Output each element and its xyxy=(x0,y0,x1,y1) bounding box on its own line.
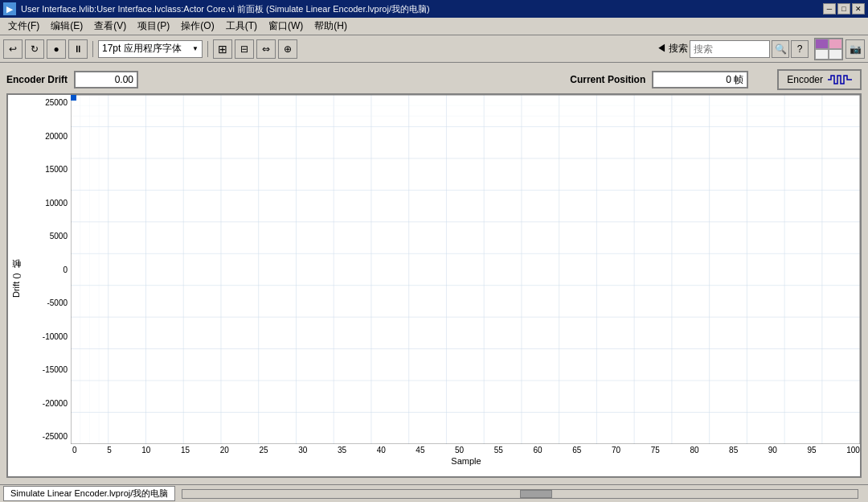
refresh-button[interactable]: ↻ xyxy=(25,39,44,59)
x-tick-85: 85 xyxy=(729,446,738,455)
current-position-label: Current Position xyxy=(570,74,645,85)
title-bar-left: ▶ User Interface.lvlib:User Interface.lv… xyxy=(3,2,430,15)
corner-cell-2 xyxy=(829,39,842,49)
menu-file[interactable]: 文件(F) xyxy=(3,18,44,35)
x-axis: 0 5 10 15 20 25 30 35 40 45 50 55 60 65 … xyxy=(24,444,860,476)
chart-grid-svg xyxy=(71,95,860,444)
x-tick-95: 95 xyxy=(808,446,817,455)
x-tick-90: 90 xyxy=(768,446,777,455)
x-tick-15: 15 xyxy=(181,446,190,455)
x-tick-50: 50 xyxy=(455,446,464,455)
title-bar: ▶ User Interface.lvlib:User Interface.lv… xyxy=(0,0,868,18)
waveform-icon xyxy=(828,74,852,85)
chart-container: Drift (帧) 25000 20000 15000 10000 5000 0… xyxy=(6,93,862,478)
status-bar: Simulate Linear Encoder.lvproj/我的电脑 xyxy=(0,484,868,502)
corner-cell-4 xyxy=(829,49,842,60)
search-button[interactable]: 🔍 xyxy=(772,40,789,58)
x-tick-75: 75 xyxy=(651,446,660,455)
x-tick-35: 35 xyxy=(338,446,346,455)
controls-row: Encoder Drift Current Position Encoder xyxy=(6,69,862,90)
resize-button[interactable]: ⇔ xyxy=(256,39,276,59)
menu-project[interactable]: 项目(P) xyxy=(133,18,174,35)
svg-rect-0 xyxy=(71,95,860,444)
scrollbar-thumb[interactable] xyxy=(520,490,552,498)
chart-inner: 25000 20000 15000 10000 5000 0 -5000 -10… xyxy=(24,95,860,476)
menu-help[interactable]: 帮助(H) xyxy=(309,18,352,35)
window-title: User Interface.lvlib:User Interface.lvcl… xyxy=(21,3,430,15)
order-button[interactable]: ⊕ xyxy=(278,39,297,59)
x-tick-5: 5 xyxy=(107,446,112,455)
y-tick-15000: 15000 xyxy=(45,165,68,174)
corner-decoration xyxy=(814,38,843,60)
encoder-drift-label: Encoder Drift xyxy=(6,74,68,85)
x-axis-labels: 0 5 10 15 20 25 30 35 40 45 50 55 60 65 … xyxy=(72,444,860,455)
menu-operate[interactable]: 操作(O) xyxy=(176,18,219,35)
encoder-button[interactable]: Encoder xyxy=(777,69,862,90)
x-tick-45: 45 xyxy=(416,446,424,455)
minimize-button[interactable]: ─ xyxy=(823,3,836,14)
y-tick-5000: 5000 xyxy=(50,232,68,241)
maximize-button[interactable]: □ xyxy=(837,3,850,14)
y-tick-10000: 10000 xyxy=(45,199,68,208)
align-button[interactable]: ⊞ xyxy=(213,39,232,59)
x-axis-title: Sample xyxy=(72,456,860,466)
search-input[interactable] xyxy=(690,40,770,58)
toolbar: ↩ ↻ ● ⏸ 17pt 应用程序字体 ▼ ⊞ ⊟ ⇔ ⊕ ◀ 搜索 🔍 ? 📷 xyxy=(0,35,868,63)
search-label: ◀ 搜索 xyxy=(657,42,688,56)
y-tick-n25000: -25000 xyxy=(43,432,68,441)
font-dropdown[interactable]: 17pt 应用程序字体 ▼ xyxy=(98,40,203,58)
toolbar-sep1 xyxy=(92,41,93,57)
run-button[interactable]: ● xyxy=(47,39,66,59)
close-button[interactable]: ✕ xyxy=(852,3,865,14)
distribute-button[interactable]: ⊟ xyxy=(235,39,254,59)
app-icon: ▶ xyxy=(3,2,16,15)
x-tick-10: 10 xyxy=(141,446,150,455)
y-tick-20000: 20000 xyxy=(45,132,68,141)
x-tick-40: 40 xyxy=(377,446,386,455)
toolbar-sep2 xyxy=(207,41,208,57)
help-button[interactable]: ? xyxy=(791,40,809,58)
data-point-bottom-right xyxy=(71,95,76,101)
encoder-drift-input[interactable] xyxy=(74,71,138,88)
menu-view[interactable]: 查看(V) xyxy=(89,18,131,35)
back-button[interactable]: ↩ xyxy=(3,39,23,59)
current-position-input[interactable] xyxy=(652,71,748,88)
pause-button[interactable]: ⏸ xyxy=(68,39,88,59)
y-tick-n5000: -5000 xyxy=(47,298,68,307)
y-axis-ticks: 25000 20000 15000 10000 5000 0 -5000 -10… xyxy=(24,95,71,444)
status-path: Simulate Linear Encoder.lvproj/我的电脑 xyxy=(3,486,175,501)
font-dropdown-arrow: ▼ xyxy=(192,45,199,52)
x-tick-80: 80 xyxy=(690,446,698,455)
menu-tools[interactable]: 工具(T) xyxy=(221,18,262,35)
corner-cell-3 xyxy=(815,49,829,60)
camera-button[interactable]: 📷 xyxy=(845,39,865,59)
menu-edit[interactable]: 编辑(E) xyxy=(46,18,88,35)
y-tick-n10000: -10000 xyxy=(43,332,68,341)
status-scrollbar[interactable] xyxy=(182,489,858,499)
title-bar-controls[interactable]: ─ □ ✕ xyxy=(823,3,865,14)
x-tick-30: 30 xyxy=(298,446,307,455)
menu-bar: 文件(F) 编辑(E) 查看(V) 项目(P) 操作(O) 工具(T) 窗口(W… xyxy=(0,18,868,35)
x-tick-65: 65 xyxy=(572,446,581,455)
x-tick-20: 20 xyxy=(220,446,229,455)
menu-window[interactable]: 窗口(W) xyxy=(264,18,308,35)
y-tick-25000: 25000 xyxy=(45,98,68,107)
encoder-button-label: Encoder xyxy=(787,74,823,85)
main-content: Encoder Drift Current Position Encoder D… xyxy=(0,63,868,484)
chart-plot xyxy=(71,95,860,444)
x-tick-25: 25 xyxy=(259,446,268,455)
x-tick-55: 55 xyxy=(494,446,503,455)
y-tick-n20000: -20000 xyxy=(43,399,68,408)
corner-cell-1 xyxy=(815,39,829,49)
x-tick-100: 100 xyxy=(846,446,860,455)
search-area: ◀ 搜索 🔍 ? xyxy=(657,40,809,58)
x-tick-0: 0 xyxy=(72,446,77,455)
y-tick-0: 0 xyxy=(63,265,68,274)
x-tick-70: 70 xyxy=(612,446,620,455)
y-axis-label: Drift (帧) xyxy=(8,95,24,476)
font-dropdown-label: 17pt 应用程序字体 xyxy=(102,42,182,56)
x-tick-60: 60 xyxy=(534,446,542,455)
y-tick-n15000: -15000 xyxy=(43,365,68,374)
